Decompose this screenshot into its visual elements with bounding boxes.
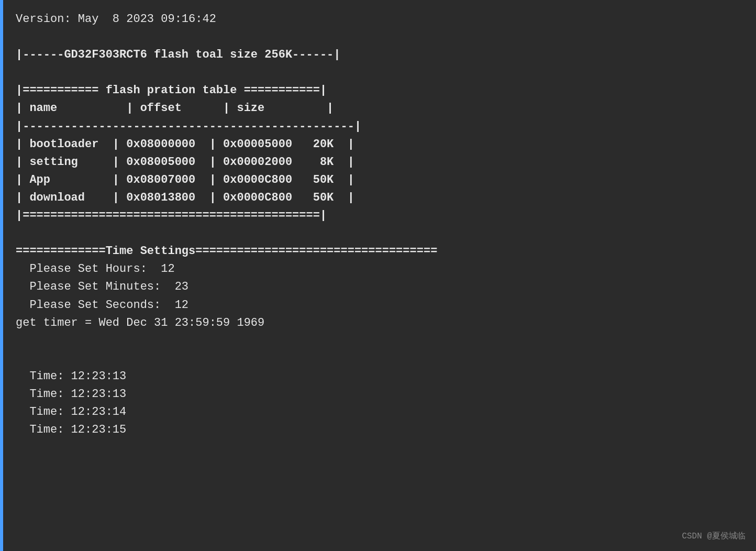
terminal-line: |------GD32F303RCT6 flash toal size 256K… bbox=[16, 46, 746, 64]
watermark: CSDN @夏侯城临 bbox=[682, 531, 746, 542]
terminal-line: |=========== flash pration table =======… bbox=[16, 82, 746, 100]
left-accent-bar bbox=[0, 0, 3, 551]
terminal-window: Version: May 8 2023 09:16:42 |------GD32… bbox=[0, 0, 756, 551]
terminal-line: Version: May 8 2023 09:16:42 bbox=[16, 10, 746, 28]
terminal-line: Please Set Minutes: 23 bbox=[16, 278, 746, 296]
terminal-line: Please Set Seconds: 12 bbox=[16, 296, 746, 314]
terminal-line bbox=[16, 64, 746, 82]
terminal-line: | name | offset | size | bbox=[16, 100, 746, 117]
terminal-line bbox=[16, 225, 746, 243]
terminal-line: Time: 12:23:14 bbox=[16, 403, 746, 421]
terminal-line: =============Time Settings==============… bbox=[16, 243, 746, 260]
terminal-line bbox=[16, 350, 746, 368]
terminal-line: |---------------------------------------… bbox=[16, 118, 746, 136]
terminal-line: | download | 0x08013800 | 0x0000C800 50K… bbox=[16, 189, 746, 207]
terminal-line bbox=[16, 332, 746, 350]
terminal-line: Please Set Hours: 12 bbox=[16, 260, 746, 278]
terminal-line: | App | 0x08007000 | 0x0000C800 50K | bbox=[16, 171, 746, 189]
terminal-line: | bootloader | 0x08000000 | 0x00005000 2… bbox=[16, 136, 746, 153]
terminal-content: Version: May 8 2023 09:16:42 |------GD32… bbox=[16, 10, 746, 439]
terminal-line: get timer = Wed Dec 31 23:59:59 1969 bbox=[16, 314, 746, 332]
terminal-line bbox=[16, 28, 746, 46]
terminal-line: |=======================================… bbox=[16, 207, 746, 225]
terminal-line: Time: 12:23:15 bbox=[16, 421, 746, 439]
terminal-line: Time: 12:23:13 bbox=[16, 368, 746, 385]
terminal-line: Time: 12:23:13 bbox=[16, 385, 746, 403]
terminal-line: | setting | 0x08005000 | 0x00002000 8K | bbox=[16, 153, 746, 171]
